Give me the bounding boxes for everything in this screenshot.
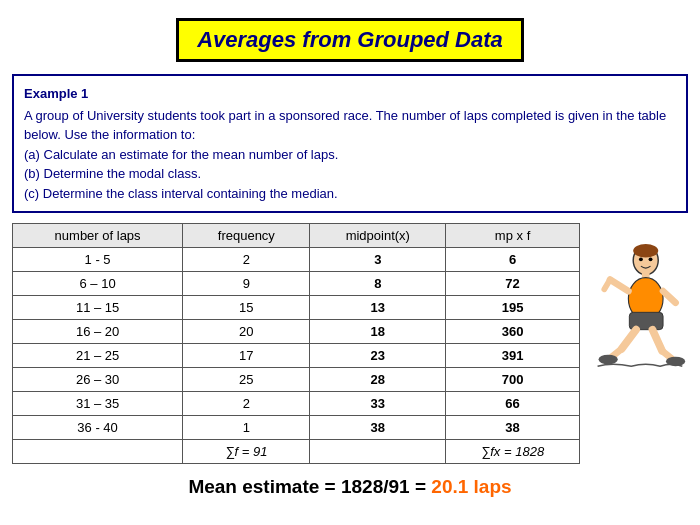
- cell-mpf: 66: [446, 392, 580, 416]
- svg-line-9: [663, 291, 676, 303]
- cell-mpf: 391: [446, 344, 580, 368]
- cell-midpoint: 33: [310, 392, 446, 416]
- col-header-freq: frequency: [183, 224, 310, 248]
- svg-line-8: [604, 280, 610, 290]
- cell-freq: 17: [183, 344, 310, 368]
- sum-row: ∑f = 91∑fx = 1828: [13, 440, 580, 464]
- cell-mpf: 72: [446, 272, 580, 296]
- cell-laps: 6 – 10: [13, 272, 183, 296]
- cell-midpoint: 13: [310, 296, 446, 320]
- cell-freq: 2: [183, 392, 310, 416]
- svg-point-3: [648, 257, 652, 261]
- cell-laps: 26 – 30: [13, 368, 183, 392]
- mean-estimate-line: Mean estimate = 1828/91 = 20.1 laps: [0, 476, 700, 498]
- table-row: 11 – 151513195: [13, 296, 580, 320]
- data-table: number of laps frequency midpoint(x) mp …: [12, 223, 580, 464]
- cell-freq: 15: [183, 296, 310, 320]
- table-row: 6 – 109872: [13, 272, 580, 296]
- cell-laps: 31 – 35: [13, 392, 183, 416]
- table-row: 31 – 3523366: [13, 392, 580, 416]
- sum-mpf: ∑fx = 1828: [446, 440, 580, 464]
- cell-laps: 11 – 15: [13, 296, 183, 320]
- table-row: 21 – 251723391: [13, 344, 580, 368]
- svg-line-13: [652, 330, 662, 351]
- page-title: Averages from Grouped Data: [176, 18, 524, 62]
- mean-estimate-prefix: Mean estimate = 1828/91 =: [188, 476, 431, 497]
- cell-midpoint: 28: [310, 368, 446, 392]
- cell-midpoint: 38: [310, 416, 446, 440]
- cell-freq: 2: [183, 248, 310, 272]
- cell-mpf: 6: [446, 248, 580, 272]
- cell-midpoint: 8: [310, 272, 446, 296]
- title-container: Averages from Grouped Data: [0, 18, 700, 62]
- cell-mpf: 700: [446, 368, 580, 392]
- cell-midpoint: 23: [310, 344, 446, 368]
- col-header-mpf: mp x f: [446, 224, 580, 248]
- svg-line-10: [621, 330, 635, 349]
- cell-mpf: 195: [446, 296, 580, 320]
- svg-point-2: [638, 257, 642, 261]
- table-row: 36 - 4013838: [13, 416, 580, 440]
- cell-midpoint: 3: [310, 248, 446, 272]
- cell-laps: 16 – 20: [13, 320, 183, 344]
- cell-freq: 1: [183, 416, 310, 440]
- table-row: 16 – 202018360: [13, 320, 580, 344]
- svg-line-11: [612, 349, 622, 357]
- example-box: Example 1 A group of University students…: [12, 74, 688, 213]
- main-content: number of laps frequency midpoint(x) mp …: [12, 223, 688, 464]
- svg-point-1: [633, 244, 658, 257]
- table-row: 26 – 302528700: [13, 368, 580, 392]
- example-text: A group of University students took part…: [24, 106, 676, 204]
- table-row: 1 - 5236: [13, 248, 580, 272]
- cell-freq: 25: [183, 368, 310, 392]
- cell-laps: 1 - 5: [13, 248, 183, 272]
- cell-laps: 21 – 25: [13, 344, 183, 368]
- cell-midpoint: 18: [310, 320, 446, 344]
- example-title: Example 1: [24, 84, 676, 104]
- col-header-mid: midpoint(x): [310, 224, 446, 248]
- col-header-laps: number of laps: [13, 224, 183, 248]
- svg-line-14: [662, 351, 672, 359]
- cell-freq: 20: [183, 320, 310, 344]
- svg-point-12: [598, 355, 617, 365]
- cell-mpf: 360: [446, 320, 580, 344]
- cell-laps: 36 - 40: [13, 416, 183, 440]
- sum-freq: ∑f = 91: [183, 440, 310, 464]
- mean-estimate-value: 20.1 laps: [431, 476, 511, 497]
- svg-line-7: [610, 280, 628, 292]
- runner-image: [588, 243, 688, 373]
- cell-freq: 9: [183, 272, 310, 296]
- cell-mpf: 38: [446, 416, 580, 440]
